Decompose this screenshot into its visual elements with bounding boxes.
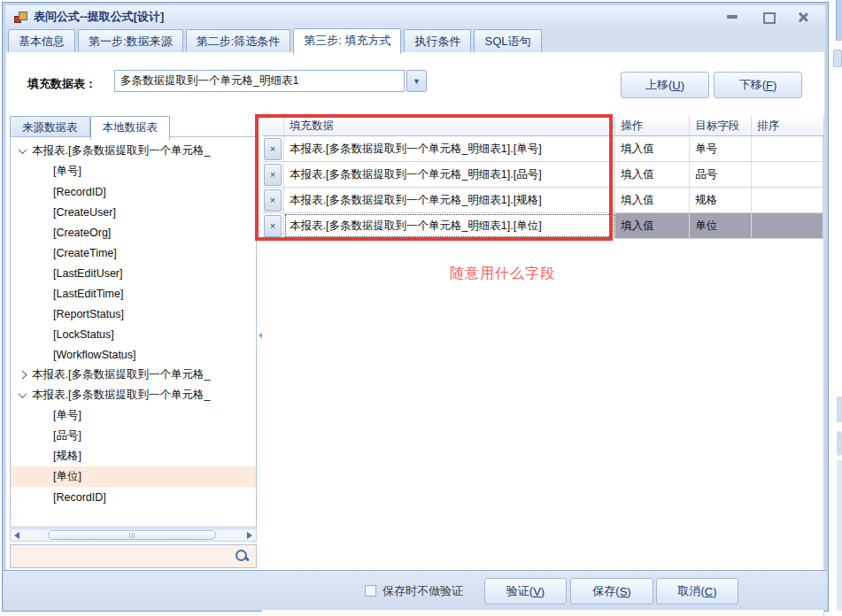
tree-item-label: [LockStatus]	[53, 328, 114, 341]
tree-item[interactable]: [RecordID]	[11, 181, 256, 202]
background-window-fragment	[837, 431, 842, 456]
tree-item[interactable]: [单号]	[11, 161, 256, 181]
chevron-down-icon[interactable]	[19, 145, 27, 154]
tree-item-label: [LastEditUser]	[53, 267, 123, 280]
move-up-button[interactable]: 上移(U)	[621, 72, 709, 98]
table-row[interactable]: ×本报表.[多条数据提取到一个单元格_明细表1].[单号]填入值单号	[262, 136, 823, 162]
close-icon[interactable]	[797, 12, 809, 22]
fill-data-cell[interactable]: 本报表.[多条数据提取到一个单元格_明细表1].[品号]	[284, 162, 615, 187]
remove-row-button[interactable]: ×	[264, 138, 282, 160]
fill-mapping-grid: 填充数据 操作 目标字段 排序 ×本报表.[多条数据提取到一个单元格_明细表1]…	[262, 116, 824, 616]
tab-本地数据表[interactable]: 本地数据表	[90, 116, 171, 140]
table-row[interactable]: ×本报表.[多条数据提取到一个单元格_明细表1].[规格]填入值规格	[262, 188, 823, 213]
scroll-right-icon[interactable]	[243, 529, 256, 541]
sort-cell[interactable]	[752, 136, 823, 161]
screen: 表间公式--提取公式[设计] 基本信息第一步:数据来源第二步:筛选条件第三步: …	[0, 0, 842, 616]
chevron-down-icon[interactable]	[19, 389, 27, 398]
tab-执行条件[interactable]: 执行条件	[404, 29, 471, 53]
table-row[interactable]: ×本报表.[多条数据提取到一个单元格_明细表1].[单位]填入值单位	[262, 213, 823, 239]
remove-row-button[interactable]: ×	[264, 215, 282, 237]
tree-horizontal-scrollbar[interactable]	[10, 528, 257, 542]
table-row[interactable]: ×本报表.[多条数据提取到一个单元格_明细表1].[品号]填入值品号	[262, 162, 823, 188]
tree-item-label: [ReportStatus]	[53, 308, 124, 320]
tree-item-label: [单号]	[53, 164, 81, 179]
no-validate-label: 保存时不做验证	[382, 583, 463, 599]
background-window-fragment	[833, 50, 842, 67]
cancel-button[interactable]: 取消(C)	[656, 578, 738, 604]
scroll-left-icon[interactable]	[11, 529, 23, 541]
fill-data-cell[interactable]: 本报表.[多条数据提取到一个单元格_明细表1].[单位]	[284, 213, 615, 238]
title-bar[interactable]: 表间公式--提取公式[设计]	[5, 5, 825, 28]
tree-item-label: [CreateTime]	[53, 247, 117, 259]
sort-cell[interactable]	[752, 162, 823, 187]
search-icon[interactable]	[235, 549, 251, 565]
row-button-cell: ×	[262, 188, 284, 212]
form-icon	[14, 12, 27, 23]
tree-item-label: [RecordID]	[53, 186, 106, 198]
tree-item-label: [规格]	[53, 449, 81, 464]
tab-第三步: 填充方式[interactable]: 第三步: 填充方式	[293, 28, 401, 54]
sort-cell[interactable]	[752, 213, 823, 238]
target-field-cell[interactable]: 单号	[690, 136, 752, 161]
operation-cell[interactable]: 填入值	[615, 136, 690, 161]
fill-table-label: 填充数据表：	[27, 76, 97, 92]
tree-item-label: [CreateOrg]	[53, 227, 111, 239]
background-window-fragment	[836, 0, 842, 41]
fill-data-cell[interactable]: 本报表.[多条数据提取到一个单元格_明细表1].[规格]	[284, 188, 615, 212]
tree-item[interactable]: [LastEditTime]	[11, 283, 256, 304]
sort-cell[interactable]	[752, 188, 823, 212]
tree-item[interactable]: [规格]	[11, 446, 256, 466]
tree-item[interactable]: [单号]	[11, 405, 256, 426]
remove-row-button[interactable]: ×	[264, 189, 282, 212]
minimize-icon[interactable]	[726, 12, 738, 22]
grid-header-fill-data[interactable]: 填充数据	[284, 116, 615, 135]
grid-header: 填充数据 操作 目标字段 排序	[262, 116, 823, 136]
combo-dropdown-icon[interactable]: ▼	[406, 70, 427, 92]
tab-第一步:数据来源[interactable]: 第一步:数据来源	[78, 29, 183, 53]
tree-item[interactable]: [品号]	[11, 426, 256, 446]
restore-icon[interactable]	[761, 12, 774, 22]
target-field-cell[interactable]: 单位	[690, 213, 752, 238]
save-button[interactable]: 保存(S)	[570, 578, 653, 604]
row-button-cell: ×	[262, 162, 284, 187]
tree-item[interactable]: [LastEditUser]	[11, 263, 256, 283]
grid-header-target-field[interactable]: 目标字段	[690, 116, 752, 135]
operation-cell[interactable]: 填入值	[615, 162, 690, 187]
operation-cell[interactable]: 填入值	[615, 213, 690, 238]
grid-header-rowbutton	[262, 116, 284, 135]
tab-基本信息[interactable]: 基本信息	[8, 29, 75, 53]
no-validate-checkbox[interactable]	[365, 585, 376, 597]
tab-第二步:筛选条件[interactable]: 第二步:筛选条件	[186, 29, 291, 53]
fill-table-combo[interactable]: 多条数据提取到一个单元格_明细表1	[114, 70, 405, 92]
grid-header-sort[interactable]: 排序	[752, 116, 823, 135]
tree-item[interactable]: [CreateOrg]	[11, 222, 256, 243]
search-input[interactable]	[11, 545, 235, 567]
tree-item[interactable]: 本报表.[多条数据提取到一个单元格_	[11, 385, 256, 405]
tree-item[interactable]: [WorkflowStatus]	[11, 344, 256, 365]
chevron-right-icon[interactable]	[19, 371, 27, 380]
tree-item-label: [单位]	[53, 469, 81, 484]
move-down-button[interactable]: 下移(F)	[714, 72, 802, 98]
tree-item[interactable]: [单位]	[11, 466, 256, 487]
tree-item[interactable]: [CreateTime]	[11, 243, 256, 263]
target-field-cell[interactable]: 品号	[690, 162, 752, 187]
fill-data-cell[interactable]: 本报表.[多条数据提取到一个单元格_明细表1].[单号]	[284, 136, 615, 161]
tree-item[interactable]: 本报表.[多条数据提取到一个单元格_	[11, 141, 256, 161]
tree-item[interactable]: [ReportStatus]	[11, 304, 256, 324]
grid-header-operation[interactable]: 操作	[615, 116, 690, 135]
window-controls	[726, 12, 809, 22]
operation-cell[interactable]: 填入值	[615, 188, 690, 212]
target-field-cell[interactable]: 规格	[690, 188, 752, 212]
tree-item[interactable]: [RecordID]	[11, 487, 256, 507]
tab-SQL语句[interactable]: SQL语句	[474, 29, 541, 53]
grid-body: ×本报表.[多条数据提取到一个单元格_明细表1].[单号]填入值单号×本报表.[…	[262, 136, 823, 239]
scrollbar-thumb[interactable]	[48, 530, 216, 540]
row-button-cell: ×	[262, 136, 284, 161]
tree-item[interactable]: [CreateUser]	[11, 202, 256, 222]
tree-item[interactable]: 本报表.[多条数据提取到一个单元格_	[11, 365, 256, 385]
tree-item-label: [CreateUser]	[53, 206, 116, 219]
verify-button[interactable]: 验证(V)	[484, 578, 567, 604]
tree-item-label: 本报表.[多条数据提取到一个单元格_	[32, 367, 210, 382]
remove-row-button[interactable]: ×	[264, 164, 282, 186]
tree-item[interactable]: [LockStatus]	[11, 324, 256, 344]
